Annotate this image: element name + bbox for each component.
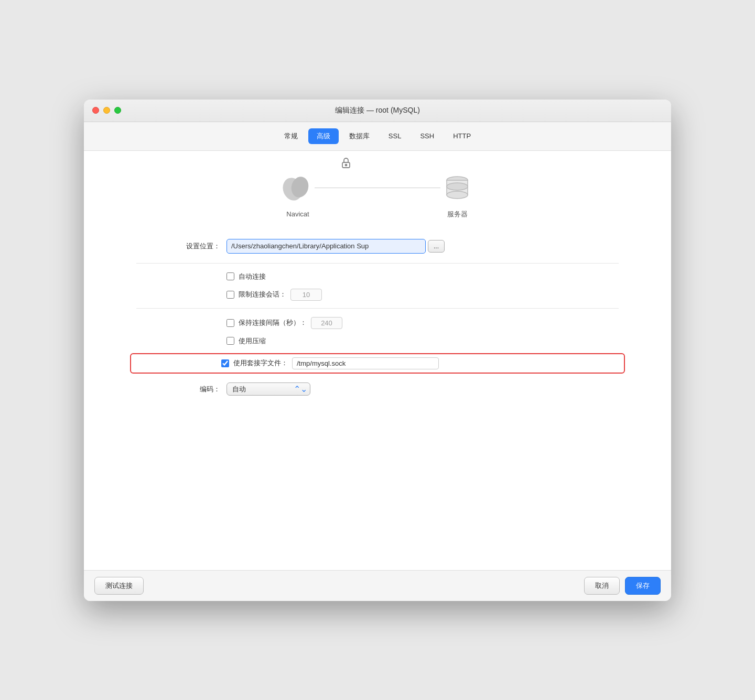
settings-control: ...	[226, 239, 619, 254]
server-label: 服务器	[447, 210, 468, 219]
encoding-control: 自动 UTF-8 GBK GB2312 ⌃⌄	[226, 382, 619, 396]
window: 编辑连接 — root (MySQL) 常规 高级 数据库 SSL SSH HT…	[84, 100, 671, 601]
keepalive-checkbox[interactable]	[226, 319, 234, 327]
settings-label: 设置位置：	[136, 242, 220, 251]
limit-sessions-input[interactable]	[290, 289, 322, 301]
settings-row: 设置位置： ...	[136, 238, 619, 255]
encoding-select-wrapper: 自动 UTF-8 GBK GB2312 ⌃⌄	[226, 382, 310, 396]
compression-label: 使用压缩	[239, 336, 266, 346]
main-content: Navicat	[84, 151, 671, 570]
limit-sessions-label: 限制连接会话：	[239, 290, 286, 299]
socket-row: 使用套接字文件：	[130, 353, 625, 374]
maximize-button[interactable]	[114, 107, 121, 114]
tab-bar: 常规 高级 数据库 SSL SSH HTTP	[84, 122, 671, 151]
traffic-lights	[92, 107, 121, 114]
form-section: 设置位置： ... 自动连接 限制连接会话：	[105, 238, 650, 398]
tab-ssh[interactable]: SSH	[412, 129, 443, 143]
tab-ssl[interactable]: SSL	[380, 129, 410, 143]
window-title: 编辑连接 — root (MySQL)	[335, 106, 420, 115]
connection-line-left	[315, 188, 378, 188]
tab-database[interactable]: 数据库	[341, 128, 378, 144]
divider-2	[136, 308, 619, 309]
auto-connect-row: 自动连接	[136, 272, 619, 281]
keepalive-row: 保持连接间隔（秒）：	[136, 317, 619, 329]
encoding-row: 编码： 自动 UTF-8 GBK GB2312 ⌃⌄	[136, 381, 619, 398]
svg-point-3	[346, 164, 347, 166]
bottom-bar: 测试连接 取消 保存	[84, 570, 671, 601]
divider-1	[136, 263, 619, 264]
compression-checkbox[interactable]	[226, 337, 234, 345]
keepalive-label: 保持连接间隔（秒）：	[239, 318, 307, 327]
navicat-item: Navicat	[281, 172, 315, 218]
settings-path-input[interactable]	[226, 239, 426, 254]
auto-connect-label: 自动连接	[239, 272, 266, 281]
tab-advanced[interactable]: 高级	[308, 128, 339, 144]
svg-point-6	[447, 191, 468, 199]
socket-label: 使用套接字文件：	[233, 358, 288, 368]
navicat-icon	[281, 172, 315, 206]
server-icon	[440, 172, 474, 205]
close-button[interactable]	[92, 107, 99, 114]
navicat-label: Navicat	[286, 210, 309, 218]
save-button[interactable]: 保存	[625, 577, 661, 595]
keepalive-input[interactable]	[311, 317, 342, 329]
test-connection-button[interactable]: 测试连接	[94, 577, 144, 595]
tab-general[interactable]: 常规	[276, 128, 306, 144]
compression-row: 使用压缩	[136, 336, 619, 346]
minimize-button[interactable]	[103, 107, 110, 114]
lock-icon	[340, 157, 352, 169]
socket-checkbox[interactable]	[221, 359, 229, 367]
socket-input[interactable]	[292, 357, 439, 369]
connection-diagram: Navicat	[105, 167, 650, 219]
svg-point-7	[447, 183, 468, 190]
limit-sessions-checkbox[interactable]	[226, 291, 234, 299]
encoding-label: 编码：	[136, 385, 220, 394]
auto-connect-checkbox[interactable]	[226, 272, 234, 280]
browse-button[interactable]: ...	[428, 240, 445, 253]
tab-http[interactable]: HTTP	[445, 129, 479, 143]
encoding-select[interactable]: 自动 UTF-8 GBK GB2312	[226, 382, 310, 396]
bottom-right-buttons: 取消 保存	[584, 577, 661, 595]
server-item: 服务器	[440, 172, 474, 219]
connection-line-right	[378, 188, 440, 188]
limit-sessions-row: 限制连接会话：	[136, 289, 619, 301]
title-bar: 编辑连接 — root (MySQL)	[84, 100, 671, 122]
cancel-button[interactable]: 取消	[584, 577, 620, 595]
